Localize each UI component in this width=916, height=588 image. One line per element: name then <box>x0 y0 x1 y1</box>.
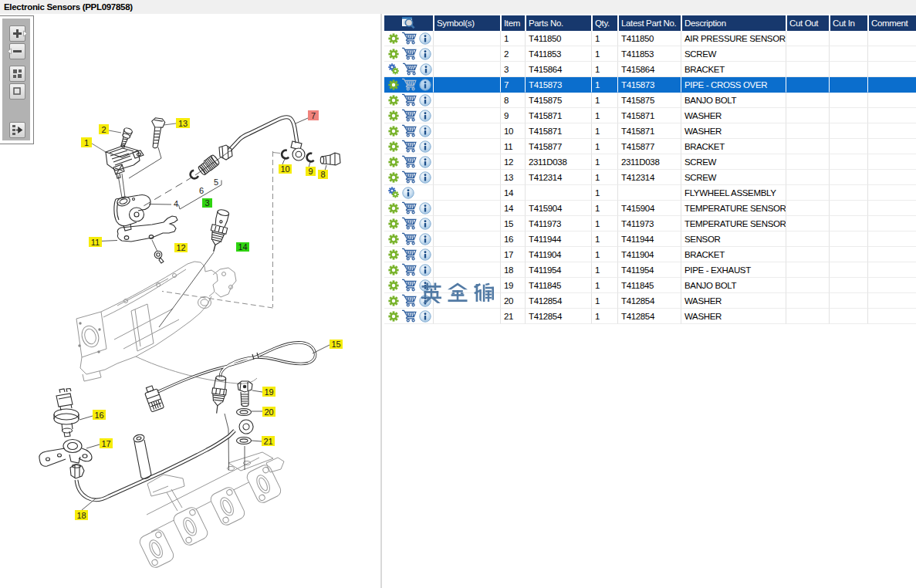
svg-text:7: 7 <box>311 111 316 120</box>
svg-text:19: 19 <box>264 387 273 397</box>
svg-text:8: 8 <box>320 170 325 179</box>
svg-text:17: 17 <box>101 439 110 448</box>
svg-text:9: 9 <box>308 167 313 176</box>
svg-text:21: 21 <box>263 437 272 446</box>
svg-text:11: 11 <box>91 238 100 247</box>
svg-text:15: 15 <box>331 340 340 349</box>
svg-text:14: 14 <box>238 242 247 252</box>
svg-text:18: 18 <box>76 511 86 520</box>
svg-text:6: 6 <box>199 186 204 195</box>
svg-text:13: 13 <box>178 119 188 128</box>
svg-text:16: 16 <box>94 411 103 420</box>
svg-text:2: 2 <box>101 125 106 134</box>
svg-text:20: 20 <box>264 407 273 417</box>
svg-text:1: 1 <box>84 138 89 147</box>
svg-text:5: 5 <box>214 177 218 187</box>
svg-text:10: 10 <box>280 164 289 174</box>
svg-text:4: 4 <box>174 199 178 208</box>
svg-text:12: 12 <box>176 243 185 252</box>
svg-text:3: 3 <box>204 198 209 208</box>
